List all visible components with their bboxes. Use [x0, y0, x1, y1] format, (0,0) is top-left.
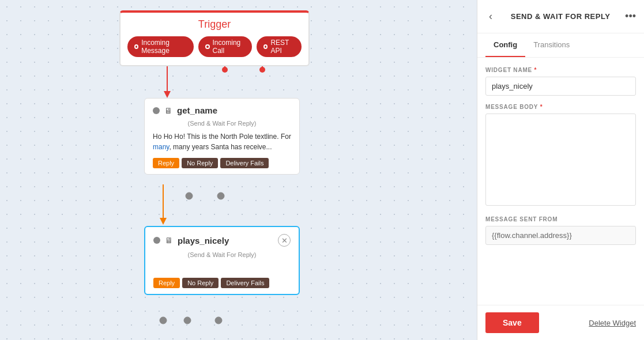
message-icon: 🖥 [164, 106, 172, 115]
pill-dot [205, 44, 209, 49]
back-button[interactable]: ‹ [485, 9, 496, 24]
panel-header: ‹ SEND & WAIT FOR REPLY ••• [477, 0, 644, 33]
panel-title: SEND & WAIT FOR REPLY [500, 12, 620, 21]
pill-label: REST API [270, 39, 295, 55]
node-actions: Reply No Reply Delivery Fails [145, 158, 299, 174]
pill-label: Incoming Message [141, 39, 187, 55]
pill-dot [263, 44, 268, 49]
plays-nicely-header: 🖥 plays_nicely ✕ [145, 227, 299, 251]
pill-incoming-call[interactable]: Incoming Call [198, 36, 252, 57]
node-actions: Reply No Reply Delivery Fails [145, 278, 299, 294]
message-body-label: MESSAGE BODY * [485, 104, 636, 110]
node-subtitle: (Send & Wait For Reply) [145, 251, 299, 258]
widget-name-label: WIDGET NAME * [485, 67, 636, 73]
message-sent-from-label: MESSAGE SENT FROM [485, 216, 636, 222]
reply-btn[interactable]: Reply [153, 278, 180, 288]
required-star: * [532, 67, 537, 73]
delivery-fail-btn[interactable]: Delivery Fails [221, 278, 269, 288]
trigger-title: Trigger [127, 18, 302, 31]
svg-point-10 [217, 192, 224, 199]
node-body: Ho Ho Ho! This is the North Pole textlin… [145, 129, 299, 158]
plays-nicely-node[interactable]: 🖥 plays_nicely ✕ (Send & Wait For Reply)… [144, 226, 300, 295]
svg-marker-8 [160, 218, 167, 225]
close-button[interactable]: ✕ [278, 234, 291, 247]
trigger-node: Trigger Incoming Message Incoming Call R… [119, 10, 310, 66]
message-icon: 🖥 [165, 236, 173, 245]
trigger-pills: Incoming Message Incoming Call REST API [127, 36, 302, 57]
svg-point-9 [186, 192, 193, 199]
panel-content: WIDGET NAME * MESSAGE BODY * MESSAGE SEN… [477, 58, 644, 305]
message-sent-from-input[interactable] [485, 226, 636, 245]
more-button[interactable]: ••• [625, 10, 636, 22]
get-name-header: 🖥 get_name [145, 99, 299, 120]
no-reply-btn[interactable]: No Reply [182, 278, 219, 288]
tab-transitions[interactable]: Transitions [525, 33, 578, 57]
panel-tabs: Config Transitions [477, 33, 644, 58]
svg-point-5 [222, 67, 228, 73]
svg-point-13 [215, 317, 222, 324]
pill-label: Incoming Call [213, 39, 246, 55]
flow-canvas[interactable]: Trigger Incoming Message Incoming Call R… [0, 0, 477, 340]
delete-widget-link[interactable]: Delete Widget [589, 319, 636, 327]
get-name-node[interactable]: 🖥 get_name (Send & Wait For Reply) Ho Ho… [144, 98, 300, 175]
svg-point-6 [259, 67, 265, 73]
panel-footer: Save Delete Widget [477, 305, 644, 340]
blue-text: many [153, 143, 169, 151]
reply-btn[interactable]: Reply [153, 158, 179, 168]
save-button[interactable]: Save [485, 312, 539, 333]
right-panel: ‹ SEND & WAIT FOR REPLY ••• Config Trans… [477, 0, 644, 340]
svg-point-12 [184, 317, 191, 324]
node-subtitle: (Send & Wait For Reply) [145, 120, 299, 127]
required-star: * [538, 104, 543, 110]
no-reply-btn[interactable]: No Reply [182, 158, 218, 168]
node-title: get_name [177, 105, 217, 115]
svg-point-11 [160, 317, 167, 324]
delivery-fail-btn[interactable]: Delivery Fails [220, 158, 269, 168]
node-dot [153, 237, 160, 244]
pill-incoming-message[interactable]: Incoming Message [127, 36, 194, 57]
message-body-textarea[interactable] [485, 114, 636, 206]
tab-config[interactable]: Config [485, 33, 525, 57]
node-dot [153, 107, 160, 114]
node-title: plays_nicely [178, 236, 229, 245]
pill-rest-api[interactable]: REST API [257, 36, 302, 57]
widget-name-input[interactable] [485, 77, 636, 96]
pill-dot [134, 44, 138, 49]
svg-marker-4 [164, 91, 171, 98]
